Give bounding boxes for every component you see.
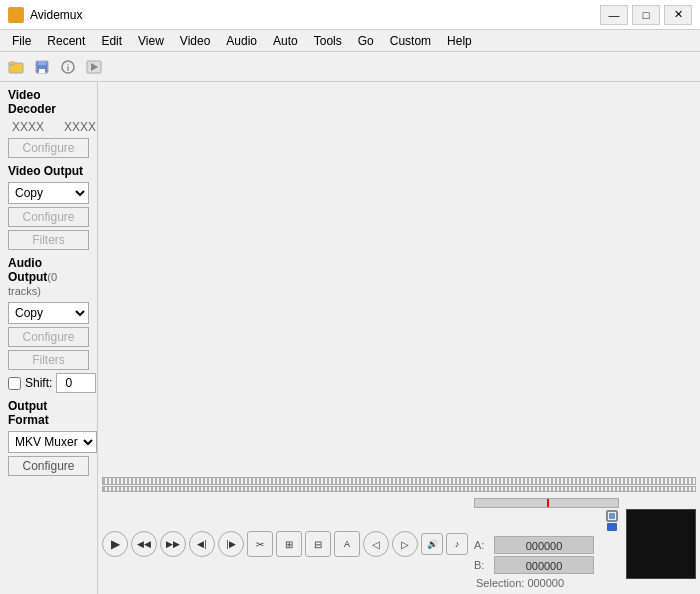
menu-video[interactable]: Video <box>172 32 218 50</box>
next-scene-button[interactable]: ▷ <box>392 531 418 557</box>
shift-checkbox[interactable] <box>8 377 21 390</box>
seek-bar-secondary[interactable] <box>102 486 696 492</box>
decoder-values: XXXX XXXX <box>8 120 89 134</box>
output-format-dropdown[interactable]: MKV Muxer <box>8 431 97 453</box>
shift-row: Shift: ms <box>8 373 89 393</box>
audio2-button[interactable]: ♪ <box>446 533 468 555</box>
a-value: 000000 <box>494 536 594 554</box>
shift-label: Shift: <box>25 376 52 390</box>
audio-output-configure-button[interactable]: Configure <box>8 327 89 347</box>
cut-button[interactable]: ✂ <box>247 531 273 557</box>
video-output-dropdown[interactable]: Copy <box>8 182 89 204</box>
menu-file[interactable]: File <box>4 32 39 50</box>
video-output-select-row: Copy <box>8 182 89 204</box>
title-bar-left: Avidemux <box>8 7 82 23</box>
decoder-val1: XXXX <box>12 120 44 134</box>
rewind-button[interactable]: ◀◀ <box>131 531 157 557</box>
svg-rect-3 <box>39 69 45 73</box>
menu-audio[interactable]: Audio <box>218 32 265 50</box>
open-button[interactable] <box>4 56 28 78</box>
main-content: Video Decoder XXXX XXXX Configure Video … <box>0 82 700 594</box>
menu-auto[interactable]: Auto <box>265 32 306 50</box>
selection-label: Selection: 000000 <box>474 577 564 589</box>
ab-panel: A: 000000 B: 000000 Selection: 000000 <box>474 498 619 590</box>
prev-frame-button[interactable]: ◀| <box>189 531 215 557</box>
menu-go[interactable]: Go <box>350 32 382 50</box>
a-label: A: <box>474 539 490 551</box>
close-button[interactable]: ✕ <box>664 5 692 25</box>
audio-output-select-row: Copy <box>8 302 89 324</box>
a-row: A: 000000 <box>474 536 619 554</box>
prev-scene-button[interactable]: ◁ <box>363 531 389 557</box>
app-title: Avidemux <box>30 8 82 22</box>
video-placeholder <box>98 82 700 473</box>
menu-recent[interactable]: Recent <box>39 32 93 50</box>
spinbox-wrap: ms <box>56 373 98 393</box>
delete-button[interactable]: ⊟ <box>305 531 331 557</box>
menu-bar: File Recent Edit View Video Audio Auto T… <box>0 30 700 52</box>
video-area: ▶ ◀◀ ▶▶ ◀| |▶ ✂ ⊞ ⊟ A ◁ ▷ <box>98 82 700 594</box>
preview-box <box>626 509 696 579</box>
b-value: 000000 <box>494 556 594 574</box>
audio-output-filters-button[interactable]: Filters <box>8 350 89 370</box>
title-bar: Avidemux — □ ✕ <box>0 0 700 30</box>
minimize-button[interactable]: — <box>600 5 628 25</box>
audio-output-dropdown[interactable]: Copy <box>8 302 89 324</box>
seek-bar[interactable] <box>102 477 696 485</box>
b-label: B: <box>474 559 490 571</box>
video-decoder-title: Video Decoder <box>8 88 89 116</box>
menu-tools[interactable]: Tools <box>306 32 350 50</box>
output-format-configure-button[interactable]: Configure <box>8 456 89 476</box>
play-button[interactable]: ▶ <box>102 531 128 557</box>
video-decoder-configure-button[interactable]: Configure <box>8 138 89 158</box>
svg-text:i: i <box>67 63 70 73</box>
menu-custom[interactable]: Custom <box>382 32 439 50</box>
left-panel: Video Decoder XXXX XXXX Configure Video … <box>0 82 98 594</box>
maximize-button[interactable]: □ <box>632 5 660 25</box>
info-button[interactable]: i <box>56 56 80 78</box>
properties-button[interactable] <box>82 56 106 78</box>
menu-edit[interactable]: Edit <box>93 32 130 50</box>
decoder-val2: XXXX <box>64 120 96 134</box>
mini-seek-track[interactable] <box>474 498 619 508</box>
audio-output-title: Audio Output(0 tracks) <box>8 256 89 298</box>
app-icon <box>8 7 24 23</box>
shift-spinbox[interactable] <box>56 373 96 393</box>
seekbar-area <box>98 473 700 494</box>
svg-rect-1 <box>9 62 15 65</box>
next-frame-button[interactable]: |▶ <box>218 531 244 557</box>
toolbar: i <box>0 52 700 82</box>
transport-row: ▶ ◀◀ ▶▶ ◀| |▶ ✂ ⊞ ⊟ A ◁ ▷ <box>98 494 700 594</box>
selection-row: Selection: 000000 <box>474 576 619 590</box>
blue-thumb <box>605 510 619 534</box>
svg-rect-4 <box>38 61 46 65</box>
video-output-filters-button[interactable]: Filters <box>8 230 89 250</box>
vol-button[interactable]: 🔊 <box>421 533 443 555</box>
title-bar-controls: — □ ✕ <box>600 5 692 25</box>
video-output-configure-button[interactable]: Configure <box>8 207 89 227</box>
insert-button[interactable]: ⊞ <box>276 531 302 557</box>
forward-button[interactable]: ▶▶ <box>160 531 186 557</box>
output-format-select-row: MKV Muxer <box>8 431 89 453</box>
right-panel: ▶ ◀◀ ▶▶ ◀| |▶ ✂ ⊞ ⊟ A ◁ ▷ <box>98 82 700 594</box>
ab-button[interactable]: A <box>334 531 360 557</box>
b-row: B: 000000 <box>474 556 619 574</box>
video-output-title: Video Output <box>8 164 89 178</box>
mini-seek-indicator <box>547 499 549 507</box>
thumb-row <box>474 510 619 534</box>
menu-view[interactable]: View <box>130 32 172 50</box>
menu-help[interactable]: Help <box>439 32 480 50</box>
output-format-title: Output Format <box>8 399 89 427</box>
save-button[interactable] <box>30 56 54 78</box>
